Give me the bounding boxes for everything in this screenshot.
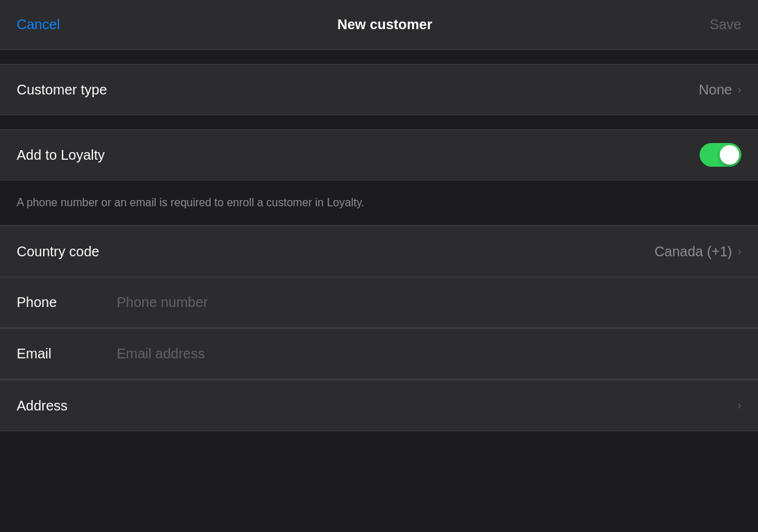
loyalty-section: Add to Loyalty (0, 129, 758, 181)
cancel-button[interactable]: Cancel (17, 17, 60, 33)
country-code-row[interactable]: Country code Canada (+1) › (0, 226, 758, 276)
customer-type-section: Customer type None › (0, 64, 758, 115)
customer-type-value: None › (699, 82, 741, 98)
chevron-right-icon: › (738, 245, 741, 258)
address-row[interactable]: Address › (0, 381, 758, 431)
country-code-label: Country code (17, 244, 99, 260)
email-label: Email (17, 346, 100, 362)
phone-label: Phone (17, 294, 100, 310)
loyalty-info-text: A phone number or an email is required t… (17, 197, 364, 208)
section-separator-1 (0, 50, 758, 64)
phone-row: Phone (0, 278, 758, 328)
country-code-selected: Canada (+1) (654, 244, 732, 260)
loyalty-info-section: A phone number or an email is required t… (0, 181, 758, 226)
phone-section: Phone (0, 277, 758, 329)
address-value: › (738, 399, 741, 412)
toggle-thumb (720, 145, 739, 165)
address-section: Address › (0, 380, 758, 431)
toggle-track (700, 143, 741, 167)
chevron-right-icon: › (738, 399, 741, 412)
country-code-section: Country code Canada (+1) › (0, 226, 758, 277)
section-separator-2 (0, 115, 758, 129)
save-button[interactable]: Save (709, 17, 741, 33)
email-row: Email (0, 329, 758, 379)
email-input[interactable] (117, 346, 741, 362)
customer-type-row[interactable]: Customer type None › (0, 65, 758, 115)
country-code-value: Canada (+1) › (654, 244, 741, 260)
chevron-right-icon: › (738, 83, 741, 96)
loyalty-row: Add to Loyalty (0, 130, 758, 180)
phone-input[interactable] (117, 294, 741, 310)
loyalty-label: Add to Loyalty (17, 147, 105, 163)
customer-type-label: Customer type (17, 82, 107, 98)
page-title: New customer (337, 17, 432, 33)
email-section: Email (0, 329, 758, 380)
header: Cancel New customer Save (0, 0, 758, 50)
loyalty-toggle[interactable] (700, 143, 741, 167)
address-label: Address (17, 398, 67, 414)
customer-type-selected: None (699, 82, 732, 98)
